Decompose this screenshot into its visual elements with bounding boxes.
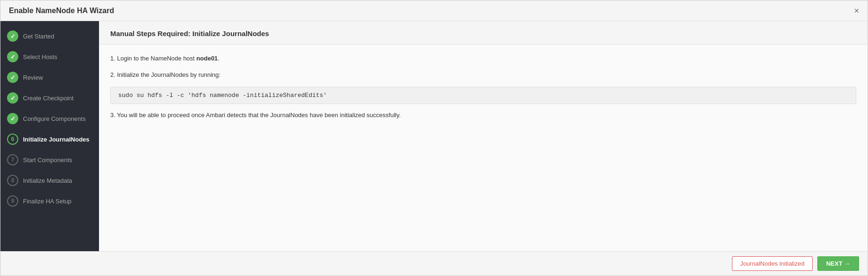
check-icon — [10, 115, 15, 122]
sidebar-item-label: Select Hosts — [23, 53, 57, 60]
modal-window: Enable NameNode HA Wizard × Get StartedS… — [0, 0, 868, 276]
modal-header: Enable NameNode HA Wizard × — [0, 0, 868, 21]
modal-footer: JournalNodes initialized NEXT → — [0, 251, 868, 276]
content-title: Manual Steps Required: Initialize Journa… — [110, 30, 856, 37]
sidebar-item-review[interactable]: Review — [0, 67, 99, 88]
step-2: 2. Initialize the JournalNodes by runnin… — [110, 70, 856, 80]
step-1: 1. Login to the NameNode host node01. — [110, 54, 856, 64]
step-circle-6: 6 — [7, 134, 18, 145]
sidebar-item-label: Start Components — [23, 157, 72, 164]
step-number: 3. — [110, 112, 117, 119]
sidebar-item-label: Initialize Metadata — [23, 177, 72, 184]
close-button[interactable]: × — [854, 7, 859, 15]
step-3: 3. You will be able to proceed once Amba… — [110, 111, 856, 120]
content-header: Manual Steps Required: Initialize Journa… — [99, 21, 868, 45]
sidebar-item-finalize-ha-setup[interactable]: 9Finalize HA Setup — [0, 191, 99, 211]
modal-body: Get StartedSelect HostsReviewCreate Chec… — [0, 21, 868, 251]
check-icon — [10, 74, 15, 81]
step-circle-2 — [7, 51, 18, 62]
step-circle-4 — [7, 92, 18, 104]
step-circle-5 — [7, 113, 18, 124]
sidebar-item-label: Review — [23, 74, 43, 81]
step-bold-text: node01 — [197, 55, 218, 62]
step-circle-8: 8 — [7, 175, 18, 186]
step-circle-7: 7 — [7, 154, 18, 165]
sidebar-item-select-hosts[interactable]: Select Hosts — [0, 46, 99, 67]
sidebar-item-label: Initialize JournalNodes — [23, 136, 90, 143]
step-number: 1. — [110, 55, 117, 62]
next-button[interactable]: NEXT → — [817, 256, 859, 271]
sidebar-item-label: Get Started — [23, 33, 54, 40]
main-content: Manual Steps Required: Initialize Journa… — [99, 21, 868, 251]
sidebar-item-start-components[interactable]: 7Start Components — [0, 149, 99, 170]
sidebar-item-create-checkpoint[interactable]: Create Checkpoint — [0, 88, 99, 108]
sidebar-item-label: Finalize HA Setup — [23, 198, 71, 205]
step-circle-1 — [7, 30, 18, 42]
sidebar-item-get-started[interactable]: Get Started — [0, 26, 99, 46]
step-circle-3 — [7, 72, 18, 83]
sidebar-item-label: Configure Components — [23, 115, 86, 122]
step-number: 2. — [110, 71, 117, 78]
code-block: sudo su hdfs -l -c 'hdfs namenode -initi… — [110, 87, 856, 104]
check-icon — [10, 53, 15, 60]
sidebar: Get StartedSelect HostsReviewCreate Chec… — [0, 21, 99, 251]
journalnodes-initialized-button[interactable]: JournalNodes initialized — [732, 256, 812, 271]
content-body: 1. Login to the NameNode host node01.2. … — [99, 45, 868, 251]
check-icon — [10, 95, 15, 102]
sidebar-item-initialize-journalnodes[interactable]: 6Initialize JournalNodes — [0, 129, 99, 149]
sidebar-item-label: Create Checkpoint — [23, 95, 74, 102]
sidebar-item-initialize-metadata[interactable]: 8Initialize Metadata — [0, 170, 99, 191]
step-circle-9: 9 — [7, 195, 18, 207]
check-icon — [10, 33, 15, 40]
modal-title: Enable NameNode HA Wizard — [9, 7, 114, 15]
sidebar-item-configure-components[interactable]: Configure Components — [0, 108, 99, 129]
